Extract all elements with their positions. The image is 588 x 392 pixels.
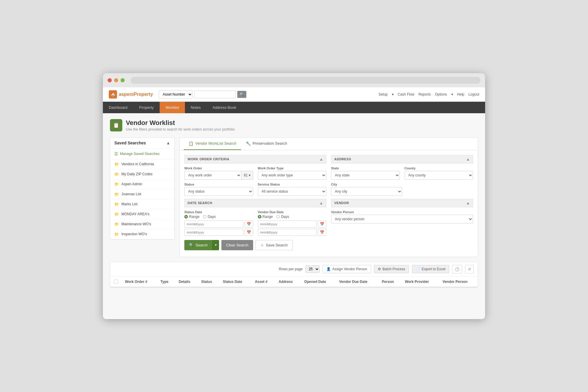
status-date-to-cal-button[interactable]: 📅 [245, 229, 253, 236]
nav-notes[interactable]: Notes [185, 102, 207, 113]
star-icon: ☆ [260, 243, 264, 247]
status-date-range-option[interactable]: Range [184, 215, 199, 219]
vendor-due-from-row: 📅 [258, 221, 327, 228]
work-order-row: Work Order Any work order 81 ▾ [184, 166, 326, 183]
vendor-due-date-radio-row: Range Days [258, 215, 327, 219]
tab-vendor-worklist-search[interactable]: 📋 Vendor WorkList Search [184, 138, 241, 150]
minimize-button[interactable] [114, 78, 118, 82]
top-nav: 🏠 aspeniProperty Asset Number 🔍 Setup ▾ … [103, 87, 485, 102]
col-address: Address [275, 277, 301, 287]
service-status-field: Service Status All service status [258, 183, 327, 196]
search-dropdown-button[interactable]: ▾ [212, 240, 219, 250]
reports-link[interactable]: Reports [418, 92, 431, 96]
logo-area: 🏠 aspeniProperty [109, 90, 153, 99]
main-panel: 📋 Vendor WorkList Search 🔧 Preservation … [179, 137, 478, 257]
cashflow-link[interactable]: Cash Flow [398, 92, 415, 96]
help-link[interactable]: Help [457, 92, 465, 96]
vendor-due-to-row: 📅 [258, 229, 327, 236]
col-details: Details [175, 277, 198, 287]
status-date-range-radio[interactable] [184, 215, 188, 218]
tab-preservation-search[interactable]: 🔧 Preservation Search [241, 138, 292, 150]
main-nav: Dashboard Property Worklist Notes Addres… [103, 102, 485, 113]
select-all-header [110, 277, 121, 287]
status-date-label: Status Date [184, 210, 253, 214]
asset-type-select[interactable]: Asset Number [159, 90, 193, 99]
status-label: Status [184, 183, 253, 186]
manage-saved-searches-link[interactable]: ☰ Manage Saved Searches [110, 149, 174, 159]
status-date-from-cal-button[interactable]: 📅 [245, 221, 253, 228]
search-button[interactable]: 🔍 Search [184, 240, 212, 250]
nav-property[interactable]: Property [133, 102, 160, 113]
list-item[interactable]: 📁 Marks List [110, 199, 174, 209]
status-date-to-input[interactable] [184, 229, 243, 236]
list-item[interactable]: 📁 Vendors in California [110, 159, 174, 169]
folder-icon: 📁 [114, 172, 119, 176]
vendor-due-days-option[interactable]: Days [276, 215, 289, 219]
assign-vendor-person-button[interactable]: 👤 Assign Vendor Person [323, 265, 371, 273]
vendor-due-date-label: Vendor Due Date [258, 210, 327, 214]
save-search-button[interactable]: ☆ Save Search [255, 240, 293, 250]
status-select[interactable]: Any status [184, 187, 253, 196]
page-title: Vendor Worklist [126, 119, 235, 127]
rows-per-page-select[interactable]: 25 [305, 265, 320, 273]
county-select[interactable]: Any county [405, 171, 473, 180]
nav-dashboard[interactable]: Dashboard [103, 102, 133, 113]
logout-link[interactable]: Logout [468, 92, 479, 96]
tabs-row: 📋 Vendor WorkList Search 🔧 Preservation … [180, 138, 478, 150]
export-to-excel-button[interactable]: 📄 Export to Excel [412, 265, 449, 273]
vendor-collapse-btn[interactable]: ▲ [466, 201, 470, 205]
batch-process-button[interactable]: ⚙ Batch Process [374, 265, 409, 273]
sidebar-collapse-button[interactable]: ▲ [166, 141, 170, 145]
vendor-due-to-cal-button[interactable]: 📅 [318, 229, 326, 236]
setup-link[interactable]: Setup [378, 92, 387, 96]
work-order-select[interactable]: Any work order [184, 171, 241, 180]
status-date-radio-row: Range Days [184, 215, 253, 219]
select-all-checkbox[interactable] [114, 280, 118, 284]
maximize-button[interactable] [121, 78, 125, 82]
options-link[interactable]: Options [435, 92, 447, 96]
nav-addressbook[interactable]: Address Book [207, 102, 242, 113]
work-order-criteria-collapse-btn[interactable]: ▲ [319, 157, 323, 161]
folder-icon: 📁 [114, 212, 119, 216]
work-order-select-group: Any work order 81 ▾ [184, 171, 253, 180]
work-order-label: Work Order [184, 166, 253, 170]
results-table: Work Order # Type Details Status Status … [110, 277, 478, 287]
vendor-person-field: Vendor Person Any vendor person [331, 210, 473, 223]
status-date-from-input[interactable] [184, 221, 243, 228]
city-select[interactable]: Any city [331, 187, 402, 196]
nav-worklist[interactable]: Worklist [160, 102, 185, 113]
close-button[interactable] [108, 78, 112, 82]
status-date-days-option[interactable]: Days [203, 215, 216, 219]
list-item[interactable]: 📁 Maintenance WO's [110, 219, 174, 229]
list-item[interactable]: 📁 My Daily ZIP Codes [110, 169, 174, 179]
address-collapse-btn[interactable]: ▲ [466, 157, 470, 161]
browser-titlebar [103, 73, 485, 87]
asset-search-input[interactable] [194, 91, 235, 98]
vendor-due-from-input[interactable] [258, 221, 317, 228]
vendor-due-range-option[interactable]: Range [258, 215, 273, 219]
work-order-type-select[interactable]: Any work order type [258, 171, 327, 180]
clear-search-button[interactable]: Clear Search [221, 240, 253, 250]
list-item[interactable]: 📁 Aspen Admin [110, 179, 174, 189]
date-search-collapse-btn[interactable]: ▲ [319, 201, 323, 205]
refresh-button[interactable]: ↺ [465, 265, 474, 273]
vendor-due-to-input[interactable] [258, 229, 317, 236]
state-select[interactable]: Any state [331, 171, 400, 180]
vendor-due-range-radio[interactable] [258, 215, 261, 218]
search-bar-area: Asset Number 🔍 [159, 90, 246, 99]
list-item[interactable]: 📁 MONDAY AREA's [110, 209, 174, 219]
status-date-days-radio[interactable] [203, 215, 206, 218]
list-item[interactable]: 📁 Joannas List [110, 189, 174, 199]
date-search-title: DATE SEARCH [188, 201, 212, 205]
service-status-select[interactable]: All service status [258, 187, 327, 196]
asset-search-button[interactable]: 🔍 [237, 91, 246, 98]
vendor-due-from-cal-button[interactable]: 📅 [318, 221, 326, 228]
history-button[interactable]: 🕐 [452, 265, 462, 273]
folder-icon: 📁 [114, 182, 119, 186]
page-title-block: Vendor Worklist Use the filters provided… [126, 119, 235, 131]
vendor-person-select[interactable]: Any vendor person [331, 215, 473, 223]
worklist-tab-icon: 📋 [188, 141, 193, 146]
list-item[interactable]: 📁 Inspection WO's [110, 229, 174, 239]
vendor-due-days-radio[interactable] [276, 215, 280, 218]
col-work-provider: Work Provider [401, 277, 439, 287]
